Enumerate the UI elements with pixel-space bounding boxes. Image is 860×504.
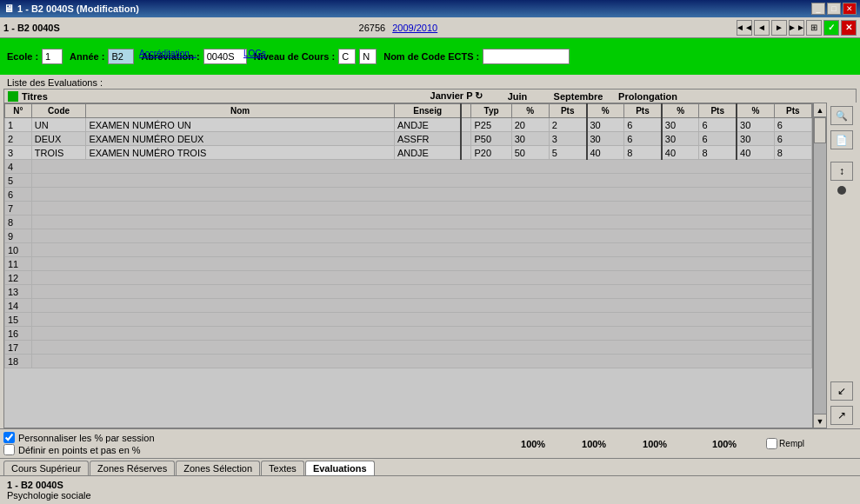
- table-row[interactable]: 6: [5, 188, 812, 202]
- scroll-thumb[interactable]: [814, 117, 826, 143]
- checkbox-definir[interactable]: [3, 444, 15, 455]
- table-row[interactable]: 14: [5, 299, 812, 313]
- prol-header: Prolongation: [613, 91, 683, 102]
- nav-next[interactable]: ►: [771, 20, 787, 36]
- col-pts3: Pts: [699, 104, 737, 118]
- table-row[interactable]: 13: [5, 285, 812, 299]
- col-pts2: Pts: [624, 104, 662, 118]
- year-link[interactable]: 2009/2010: [392, 23, 437, 33]
- col-sep1: [461, 104, 471, 118]
- nav-prev[interactable]: ◄: [754, 20, 770, 36]
- col-pct2: %: [587, 104, 624, 118]
- record-id: 26756: [359, 23, 386, 33]
- col-pts4: Pts: [774, 104, 811, 118]
- pct-checkbox-area: Personnaliser les % par session Définir …: [0, 428, 860, 458]
- col-pct4: %: [737, 104, 774, 118]
- pct-totals: 100% 100% 100% 100% Rempl: [498, 438, 804, 449]
- ecole-input[interactable]: [42, 49, 63, 64]
- table-row[interactable]: 15: [5, 313, 812, 327]
- table-row[interactable]: 10: [5, 243, 812, 257]
- table-row[interactable]: 11: [5, 257, 812, 271]
- juin-header: Juin: [491, 91, 543, 102]
- menu-bar-title: 1 - B2 0040S: [3, 23, 60, 33]
- nav-confirm[interactable]: ✓: [823, 20, 839, 36]
- tab-zones-reserves[interactable]: Zones Réserves: [90, 461, 175, 475]
- arrow-down-button[interactable]: ↙: [830, 381, 853, 401]
- niveau-input2[interactable]: [359, 49, 377, 64]
- close-button[interactable]: ✕: [843, 3, 857, 15]
- table-row[interactable]: 3 TROIS EXAMEN NUMÉRO TROIS ANDJE P20 50…: [5, 146, 812, 160]
- annee-label: Année :: [70, 51, 104, 62]
- footer-line1: 1 - B2 0040S: [7, 480, 853, 490]
- nav-first[interactable]: ◄◄: [737, 20, 752, 36]
- ecole-label: Ecole :: [7, 51, 38, 62]
- sort-button[interactable]: ↕: [830, 162, 853, 181]
- table-row[interactable]: 16: [5, 327, 812, 341]
- col-enseig: Enseig: [394, 104, 461, 118]
- tab-textes[interactable]: Textes: [261, 461, 304, 475]
- table-row[interactable]: 9: [5, 229, 812, 243]
- rempl-checkbox[interactable]: [766, 438, 777, 449]
- magnify-button[interactable]: 🔍: [830, 106, 853, 125]
- col-nom: Nom: [86, 104, 394, 118]
- table-row[interactable]: 12: [5, 271, 812, 285]
- title-bar: 🖥 1 - B2 0040S (Modification) _ □ ✕: [0, 0, 860, 17]
- table-row[interactable]: 18: [5, 355, 812, 368]
- checkbox-row-2: Définir en points et pas en %: [3, 444, 498, 455]
- rempl-area: Rempl: [766, 438, 804, 449]
- scroll-up[interactable]: ▲: [814, 103, 826, 117]
- nav-cancel[interactable]: ✕: [841, 20, 857, 36]
- pct-prol: 100%: [690, 439, 759, 449]
- rempl-label: Rempl: [779, 439, 804, 448]
- table-row[interactable]: 1 UN EXAMEN NUMÉRO UN ANDJE P25 20 2 30 …: [5, 118, 812, 132]
- annee-input[interactable]: [108, 49, 134, 64]
- accreditation-link[interactable]: Accréditation...: [139, 49, 197, 58]
- log-link[interactable]: LOGs: [243, 49, 266, 58]
- table-row[interactable]: 7: [5, 202, 812, 216]
- col-pts1: Pts: [549, 104, 586, 118]
- tab-zones-selection[interactable]: Zones Sélection: [176, 461, 260, 475]
- print-button[interactable]: 📄: [830, 130, 853, 149]
- checkbox-personaliser-label: Personnaliser les % par session: [18, 433, 155, 443]
- table-row[interactable]: 5: [5, 174, 812, 188]
- title-text: 1 - B2 0040S (Modification): [17, 3, 139, 14]
- col-num: N°: [5, 104, 32, 118]
- scroll-down[interactable]: ▼: [814, 414, 826, 428]
- form-bar: Ecole : Année : Abréviation : Niveau de …: [0, 38, 860, 75]
- evaluations-table: N° Code Nom Enseig Typ % Pts % Pts % Pts…: [4, 103, 812, 368]
- table-row[interactable]: 17: [5, 341, 812, 355]
- nav-last[interactable]: ►►: [789, 20, 804, 36]
- pct-juin: 100%: [568, 439, 620, 449]
- nav-grid[interactable]: ⊞: [806, 20, 822, 36]
- scroll-track: [814, 117, 826, 414]
- minimize-button[interactable]: _: [811, 3, 825, 15]
- abbreviation-input[interactable]: [203, 49, 247, 64]
- scrollbar[interactable]: ▲ ▼: [813, 103, 827, 428]
- jan-header: Janvier P ↻: [422, 90, 491, 102]
- footer: 1 - B2 0040S Psychologie sociale: [0, 475, 860, 504]
- green-square: [8, 91, 18, 102]
- sept-header: Septembre: [543, 91, 613, 102]
- maximize-button[interactable]: □: [827, 3, 841, 15]
- menu-bar: 1 - B2 0040S 26756 2009/2010 ◄◄ ◄ ► ►► ⊞…: [0, 17, 860, 38]
- col-pct3: %: [662, 104, 699, 118]
- arrow-right-button[interactable]: ↗: [830, 406, 853, 425]
- niveau-input1[interactable]: [338, 49, 356, 64]
- table-row[interactable]: 4: [5, 160, 812, 174]
- tab-evaluations[interactable]: Evaluations: [305, 461, 375, 475]
- tab-cours-superieur[interactable]: Cours Supérieur: [3, 461, 89, 475]
- col-code: Code: [31, 104, 86, 118]
- checkbox-definir-label: Définir en points et pas en %: [18, 445, 141, 455]
- nom-code-input[interactable]: [483, 49, 570, 64]
- checkbox-row-1: Personnaliser les % par session: [3, 432, 498, 443]
- session-headers: Titres Janvier P ↻ Juin Septembre Prolon…: [3, 89, 857, 103]
- pct-sept: 100%: [620, 439, 690, 449]
- nom-code-label: Nom de Code ECTS :: [383, 51, 479, 62]
- side-buttons: 🔍 📄 ↕ ↙ ↗: [827, 103, 857, 428]
- col-typ: Typ: [471, 104, 511, 118]
- list-label-area: Liste des Evaluations :: [0, 75, 860, 89]
- checkbox-area: Personnaliser les % par session Définir …: [3, 431, 498, 456]
- table-row[interactable]: 2 DEUX EXAMEN NUMÉRO DEUX ASSFR P50 30 3…: [5, 132, 812, 146]
- checkbox-personaliser[interactable]: [3, 432, 15, 443]
- table-row[interactable]: 8: [5, 216, 812, 229]
